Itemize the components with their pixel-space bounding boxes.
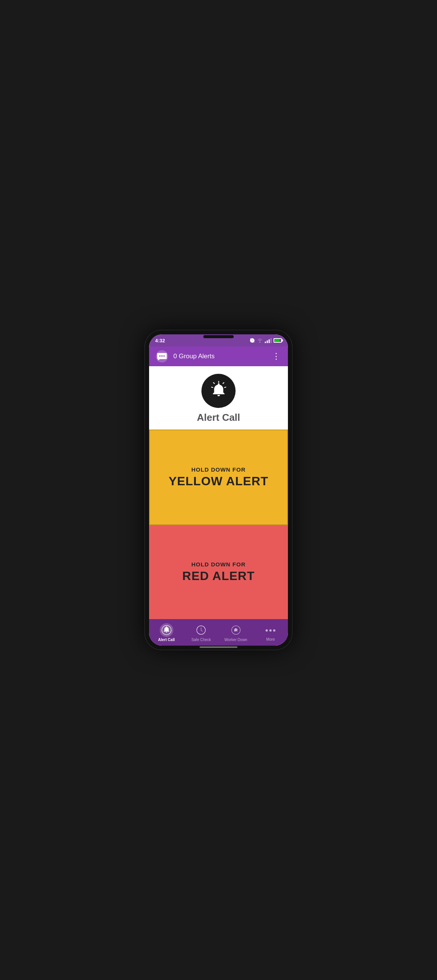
- nav-item-worker-down[interactable]: Worker Down: [218, 620, 254, 645]
- header-title: 0 Group Alerts: [173, 353, 271, 360]
- nav-item-alert-call[interactable]: Alert Call: [149, 620, 184, 645]
- yellow-alert-label: YELLOW ALERT: [168, 474, 268, 488]
- signal-bars: [265, 338, 272, 343]
- yellow-alert-button[interactable]: HOLD DOWN FOR YELLOW ALERT: [149, 430, 288, 525]
- svg-line-9: [211, 387, 212, 387]
- nav-item-more[interactable]: More: [254, 620, 288, 644]
- dot-1: [266, 629, 268, 632]
- chat-icon: [155, 350, 169, 363]
- phone-inner: 4:32: [149, 334, 288, 646]
- bell-icon-container: [201, 374, 236, 408]
- status-icons: [250, 338, 282, 343]
- bottom-nav: Alert Call Safe Check: [149, 619, 288, 646]
- wifi-icon: [257, 338, 263, 343]
- yellow-hold-label: HOLD DOWN FOR: [191, 466, 246, 473]
- battery-icon: [273, 338, 282, 343]
- svg-point-3: [161, 355, 163, 357]
- nav-icon-safe-check: [194, 623, 208, 637]
- nav-bell-icon: [162, 625, 171, 635]
- svg-line-8: [224, 387, 225, 387]
- nav-clock-icon: [196, 625, 206, 635]
- app-header: 0 Group Alerts ⋮: [149, 347, 288, 366]
- nav-worker-icon: [231, 625, 241, 635]
- notch: [203, 335, 234, 338]
- alert-call-title: Alert Call: [197, 412, 240, 423]
- red-alert-button[interactable]: HOLD DOWN FOR RED ALERT: [149, 525, 288, 619]
- bell-icon: [208, 381, 229, 401]
- dot-2: [270, 629, 272, 632]
- status-time: 4:32: [155, 338, 165, 344]
- alert-header: Alert Call: [149, 366, 288, 430]
- dot-3: [273, 629, 275, 632]
- red-hold-label: HOLD DOWN FOR: [191, 561, 246, 568]
- nav-label-alert-call: Alert Call: [158, 638, 175, 642]
- nav-icon-worker-down: [229, 623, 243, 637]
- nav-label-safe-check: Safe Check: [191, 638, 211, 642]
- nav-item-safe-check[interactable]: Safe Check: [184, 620, 219, 645]
- svg-line-7: [213, 382, 214, 383]
- nav-icon-alert-call: [160, 623, 173, 637]
- phone-frame: 4:32: [145, 330, 292, 650]
- nav-label-more: More: [266, 637, 275, 641]
- svg-line-6: [223, 382, 224, 383]
- red-alert-label: RED ALERT: [182, 569, 255, 583]
- svg-point-4: [164, 355, 165, 357]
- nav-icon-more: [266, 624, 275, 637]
- nav-label-worker-down: Worker Down: [225, 638, 247, 642]
- mute-icon: [250, 338, 255, 343]
- alert-buttons: HOLD DOWN FOR YELLOW ALERT HOLD DOWN FOR…: [149, 430, 288, 619]
- menu-icon[interactable]: ⋮: [271, 350, 282, 363]
- main-content: Alert Call HOLD DOWN FOR YELLOW ALERT HO…: [149, 366, 288, 619]
- svg-point-2: [159, 355, 161, 357]
- home-indicator: [199, 646, 238, 648]
